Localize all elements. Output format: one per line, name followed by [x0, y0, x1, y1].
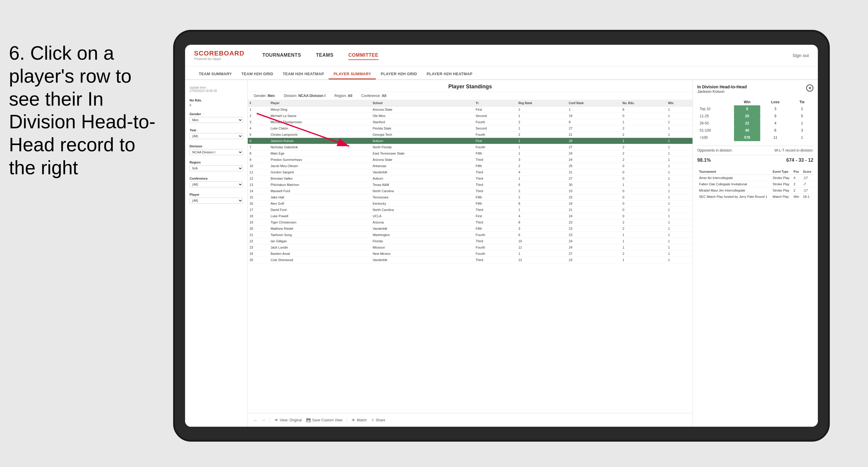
sub-nav-player-summary[interactable]: PLAYER SUMMARY	[329, 69, 376, 80]
table-row[interactable]: 18 Luke Powell UCLA First 4 24 0 1	[248, 213, 692, 219]
cell-win: 1	[666, 106, 692, 113]
nav-committee[interactable]: COMMITTEE	[348, 51, 378, 60]
sidebar: Update time: 27/03/2024 16:56:26 No Rds.…	[185, 80, 248, 427]
cell-player: Gordon Sargent	[269, 169, 371, 176]
table-row[interactable]: 20 Matthew Riedel Vanderbilt Fifth 3 23 …	[248, 226, 692, 232]
cell-no-rds: 1	[621, 182, 666, 188]
h2h-loss: 9	[760, 113, 791, 120]
cell-no-rds: 0	[621, 176, 666, 182]
table-row[interactable]: 21 Taehoon Song Washington Fourth 6 23 1…	[248, 232, 692, 238]
t-score: -17	[801, 187, 813, 194]
table-row[interactable]: 23 Jack Lundin Missouri Fourth 11 24 1 1	[248, 244, 692, 251]
h2h-col-tie: Tie	[790, 99, 813, 105]
table-row[interactable]: 25 Cole Sherwood Vanderbilt Third 12 23 …	[248, 257, 692, 263]
cell-conf-rank: 23	[567, 194, 621, 200]
table-row[interactable]: 15 Jake Hall Tennessee Fifth 2 23 0 1	[248, 194, 692, 200]
cell-player: Luke Claton	[269, 125, 371, 132]
nav-tournaments[interactable]: TOURNAMENTS	[262, 51, 301, 60]
h2h-col-win: Win	[734, 99, 760, 105]
table-row[interactable]: 5 Christo Lamprecht Georgia Tech Fourth …	[248, 132, 692, 138]
cell-conf-rank: 24	[567, 238, 621, 244]
table-row[interactable]: 19 Tiger Christensen Arizona Third 8 23 …	[248, 219, 692, 226]
cell-no-rds: 0	[621, 188, 666, 194]
cell-rank: 4	[248, 125, 269, 132]
watch-btn[interactable]: 👁 Watch	[352, 418, 367, 422]
sign-out-button[interactable]: Sign out	[793, 53, 809, 58]
cell-win: 1	[666, 188, 692, 194]
wlt-label: W-L-T record in-division:	[775, 148, 813, 153]
table-row[interactable]: 4 Luke Claton Florida State Second 1 27 …	[248, 125, 692, 132]
cell-school: Arizona State	[371, 106, 474, 113]
cell-school: North Florida	[371, 144, 474, 150]
cell-player: Jacob Mou-Olesen	[269, 163, 371, 169]
table-row[interactable]: 12 Brendan Valles Auburn Third 1 27 0 1	[248, 176, 692, 182]
sidebar-player-select[interactable]: (All)	[190, 197, 243, 204]
redo-btn[interactable]: →	[262, 418, 266, 422]
tablet-screen: SCOREBOARD Powered by clippd TOURNAMENTS…	[185, 45, 818, 427]
sidebar-division-select[interactable]: NCAA Division I	[190, 149, 243, 155]
cell-rank: 23	[248, 244, 269, 251]
cell-school: Arizona State	[371, 157, 474, 163]
cell-win: 1	[666, 132, 692, 138]
wlt-record: 674 - 33 - 12	[786, 158, 813, 163]
table-row[interactable]: 14 Maxwell Ford North Carolina Third 2 2…	[248, 188, 692, 194]
cell-yr: Fourth	[474, 244, 516, 251]
cell-school: Arkansas	[371, 163, 474, 169]
cell-player: Michael Thorbjornsen	[269, 119, 371, 125]
cell-yr: First	[474, 138, 516, 144]
cell-conf-rank: 24	[567, 244, 621, 251]
table-row[interactable]: 13 Phichakun Maichon Texas A&M Third 6 3…	[248, 182, 692, 188]
table-row[interactable]: 6 Jackson Koivun Auburn First 1 28 1 1	[248, 138, 692, 144]
table-row[interactable]: 2 Michael La Sasse Ole Miss Second 1 19 …	[248, 113, 692, 119]
cell-rank: 5	[248, 132, 269, 138]
table-row[interactable]: 17 David Ford North Carolina Third 1 21 …	[248, 207, 692, 213]
cell-no-rds: 0	[621, 113, 666, 119]
save-custom-btn[interactable]: 💾 Save Custom View	[306, 418, 342, 422]
cell-no-rds: 8	[621, 106, 666, 113]
cell-conf-rank: 1	[567, 106, 621, 113]
cell-player: Luke Powell	[269, 213, 371, 219]
table-row[interactable]: 7 Nicholas Gabrelcik North Florida Fourt…	[248, 144, 692, 150]
table-row[interactable]: 11 Gordon Sargent Vanderbilt Third 4 21 …	[248, 169, 692, 176]
sidebar-region-select[interactable]: N/A	[190, 165, 243, 171]
t-type: Stroke Play	[771, 175, 792, 181]
table-row[interactable]: 10 Jacob Mou-Olesen Arkansas Fifth 2 25 …	[248, 163, 692, 169]
cell-no-rds: 0	[621, 169, 666, 176]
sub-nav-player-h2h-heatmap[interactable]: PLAYER H2H HEATMAP	[422, 69, 477, 80]
sub-nav-team-h2h-grid[interactable]: TEAM H2H GRID	[237, 69, 278, 80]
table-row[interactable]: 24 Bastien Amat New Mexico Fourth 1 27 2…	[248, 251, 692, 257]
share-btn[interactable]: ⇧ Share	[371, 418, 385, 422]
table-row[interactable]: 22 Ian Gilligan Florida Third 10 24 1 1	[248, 238, 692, 244]
cell-reg-rank: 6	[517, 232, 567, 238]
sub-nav-player-h2h-grid[interactable]: PLAYER H2H GRID	[376, 69, 422, 80]
sub-nav-team-h2h-heatmap[interactable]: TEAM H2H HEATMAP	[278, 69, 329, 80]
t-pos: Win	[792, 194, 801, 200]
standings-table-wrapper: # Player School Yr Reg Rank Conf Rank No…	[248, 100, 692, 413]
sidebar-division: Division NCAA Division I	[190, 145, 243, 155]
table-row[interactable]: 16 Alex Goff Kentucky Fifth 8 19 0 1	[248, 200, 692, 207]
cell-school: Ole Miss	[371, 113, 474, 119]
table-row[interactable]: 1 Wenyi Ding Arizona State First 1 1 8 1	[248, 106, 692, 113]
nav-teams[interactable]: TEAMS	[316, 51, 334, 60]
table-row[interactable]: 9 Preston Summerhays Arizona State Third…	[248, 157, 692, 163]
h2h-close-btn[interactable]: ✕	[806, 85, 813, 92]
sidebar-year-select[interactable]: (All)	[190, 133, 243, 139]
cell-reg-rank: 12	[517, 257, 567, 263]
table-row[interactable]: 8 Mats Ege East Tennessee State Fifth 1 …	[248, 150, 692, 157]
cell-reg-rank: 3	[517, 157, 567, 163]
cell-yr: Third	[474, 219, 516, 226]
cell-yr: First	[474, 106, 516, 113]
logo-sub: Powered by clippd	[194, 57, 244, 61]
sidebar-gender-select[interactable]: Men	[190, 117, 243, 123]
sidebar-year: Year (All)	[190, 128, 243, 139]
cell-conf-rank: 21	[567, 207, 621, 213]
sub-nav-team-summary[interactable]: TEAM SUMMARY	[194, 69, 237, 80]
sidebar-conference-select[interactable]: (All)	[190, 181, 243, 187]
cell-player: Jake Hall	[269, 194, 371, 200]
tcol-tournament: Tournament	[697, 169, 771, 175]
cell-yr: Fifth	[474, 150, 516, 157]
table-row[interactable]: 3 Michael Thorbjornsen Stanford Fourth 2…	[248, 119, 692, 125]
cell-rank: 24	[248, 251, 269, 257]
view-original-btn[interactable]: 👁 View: Original	[275, 418, 302, 422]
undo-btn[interactable]: ←	[254, 418, 257, 422]
